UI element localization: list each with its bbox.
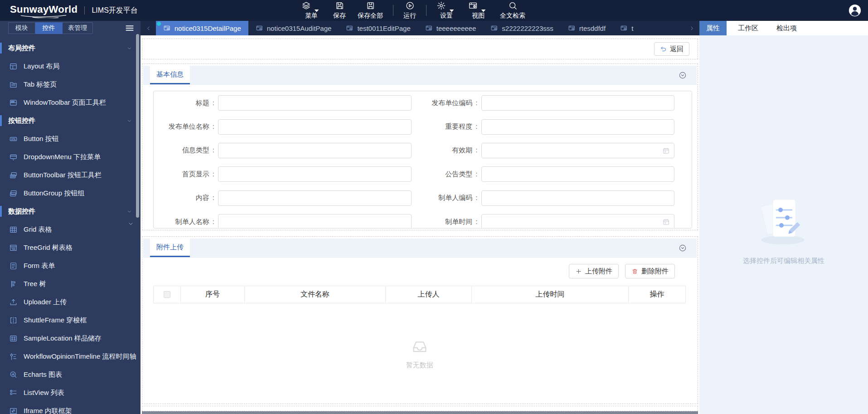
group-accent-bar bbox=[0, 115, 2, 126]
collapse-section-icon[interactable] bbox=[679, 71, 687, 79]
field-input[interactable] bbox=[218, 167, 411, 181]
control-icon bbox=[9, 171, 18, 180]
sidebar-item-uploader[interactable]: Uploader 上传 bbox=[0, 293, 141, 311]
sidebar-item-button-toolbar[interactable]: ButtonToolbar 按钮工具栏 bbox=[0, 166, 141, 184]
chevron-down-icon[interactable] bbox=[126, 118, 132, 124]
sidebar-row: Uploader 上传 bbox=[0, 293, 141, 311]
field-input-box bbox=[481, 214, 675, 229]
page-icon bbox=[163, 24, 171, 32]
toolbar-button-view[interactable]: 视图 bbox=[462, 0, 494, 21]
calendar-icon[interactable] bbox=[662, 218, 670, 226]
sidebar-item-iframe[interactable]: Iframe 内联框架 bbox=[0, 402, 141, 414]
hamburger-menu-icon[interactable] bbox=[124, 23, 135, 34]
collapse-section-icon[interactable] bbox=[679, 244, 687, 252]
sidebar-item-tree-grid[interactable]: TreeGrid 树表格 bbox=[0, 239, 141, 257]
sidebar-item-workflow-timeline[interactable]: WorkflowOpinionTimeline 流程时间轴 bbox=[0, 347, 141, 365]
field-input-box bbox=[218, 190, 412, 206]
field-input[interactable] bbox=[482, 167, 674, 181]
sidebar-item-sample-location[interactable]: SampleLocation 样品储存 bbox=[0, 329, 141, 347]
sidebar-group-数据控件[interactable]: 数据控件 bbox=[0, 202, 141, 220]
sidebar-item-layout[interactable]: Layout 布局 bbox=[0, 57, 141, 75]
field-input[interactable] bbox=[218, 191, 411, 205]
field-input[interactable] bbox=[482, 214, 674, 229]
chevron-down-icon[interactable] bbox=[126, 45, 132, 51]
control-list: 布局控件 Layout 布局 bbox=[0, 35, 141, 414]
field-input[interactable] bbox=[482, 191, 674, 205]
sidebar-item-list-view[interactable]: ListView 列表 bbox=[0, 384, 141, 402]
page-tab-test0011editpage[interactable]: test0011EditPage bbox=[339, 21, 417, 35]
sidebar-item-dropdown-menu[interactable]: DropdownMenu 下拉菜单 bbox=[0, 148, 141, 166]
sidebar-item-grid[interactable]: Grid 表格 bbox=[0, 220, 141, 239]
field-input-box bbox=[481, 143, 675, 158]
field-input[interactable] bbox=[218, 120, 411, 134]
empty-text: 暂无数据 bbox=[406, 361, 433, 370]
page-tab-t[interactable]: t bbox=[613, 21, 640, 35]
form-field-标题: 标题 bbox=[154, 91, 412, 115]
field-input[interactable] bbox=[482, 96, 674, 110]
sidebar-tab-表管理[interactable]: 表管理 bbox=[63, 22, 93, 34]
sidebar-item-form[interactable]: Form 表单 bbox=[0, 257, 141, 275]
page-toolbar-region[interactable]: 返回 bbox=[142, 39, 698, 59]
page-tab-rtesddfdf[interactable]: rtesddfdf bbox=[561, 21, 613, 35]
panel-collapse-chevron-icon[interactable] bbox=[127, 220, 134, 227]
calendar-icon[interactable] bbox=[662, 147, 670, 155]
toolbar-button-gear[interactable]: 设置 bbox=[431, 0, 462, 21]
delete-attachment-button[interactable]: 删除附件 bbox=[625, 264, 675, 278]
sidebar-item-window-toolbar[interactable]: WindowToolbar 页面工具栏 bbox=[0, 93, 141, 112]
field-label: 制单人编码 bbox=[417, 194, 479, 202]
basic-info-region[interactable]: 基本信息 标题 bbox=[142, 63, 698, 230]
page-tab-s2222222223sss[interactable]: s2222222223sss bbox=[483, 21, 560, 35]
user-avatar-icon[interactable] bbox=[848, 4, 862, 17]
field-input[interactable] bbox=[482, 143, 674, 158]
toolbar-button-search[interactable]: 全文检索 bbox=[494, 0, 531, 21]
form-field-内容: 内容 bbox=[154, 186, 412, 210]
sidebar-group-按钮控件[interactable]: 按钮控件 bbox=[0, 112, 141, 130]
tabs-scroll-left-button[interactable] bbox=[141, 21, 156, 35]
sidebar-item-echarts[interactable]: Echarts 图表 bbox=[0, 365, 141, 384]
sidebar-scrollbar-thumb[interactable] bbox=[136, 34, 139, 218]
page-tab-notice0315auditpage[interactable]: notice0315AuditPage bbox=[248, 21, 339, 35]
sidebar-row: ShuttleFrame 穿梭框 bbox=[0, 311, 141, 329]
sidebar-group-布局控件[interactable]: 布局控件 bbox=[0, 39, 141, 57]
page-tab-notice0315detailpage[interactable]: notice0315DetailPage bbox=[156, 21, 248, 35]
chevron-down-icon[interactable] bbox=[126, 209, 132, 214]
basic-info-form: 标题 发布单位编码 bbox=[154, 91, 692, 229]
tab-attachments[interactable]: 附件上传 bbox=[150, 239, 190, 257]
inspector-panel: 属性 工作区 检出项 bbox=[699, 21, 868, 414]
form-field-公告类型: 公告类型 bbox=[417, 162, 675, 186]
footer-region[interactable] bbox=[142, 406, 698, 411]
sidebar-item-label: Button 按钮 bbox=[24, 135, 59, 143]
toolbar-button-save-all[interactable]: 保存全部 bbox=[352, 0, 389, 21]
toolbar-button-run[interactable]: 运行 bbox=[398, 0, 422, 21]
select-all-checkbox[interactable] bbox=[164, 291, 170, 298]
field-input[interactable] bbox=[482, 120, 674, 134]
inspector-tab-检出项[interactable]: 检出项 bbox=[770, 21, 804, 35]
toolbar-icon bbox=[508, 1, 518, 10]
sidebar-tab-模块[interactable]: 模块 bbox=[8, 22, 35, 34]
chevron-left-icon bbox=[145, 25, 152, 32]
back-button[interactable]: 返回 bbox=[654, 42, 689, 56]
toolbar-button-save[interactable]: 保存 bbox=[327, 0, 352, 21]
inspector-tab-工作区[interactable]: 工作区 bbox=[731, 21, 765, 35]
sidebar-item-button-group[interactable]: ButtonGroup 按钮组 bbox=[0, 184, 141, 202]
tab-basic-info[interactable]: 基本信息 bbox=[150, 66, 190, 84]
sidebar-tab-控件[interactable]: 控件 bbox=[35, 22, 63, 34]
sidebar-item-tab[interactable]: Tab 标签页 bbox=[0, 75, 141, 93]
sidebar-row: 按钮控件 bbox=[0, 112, 141, 130]
upload-attachment-button[interactable]: 上传附件 bbox=[569, 264, 619, 278]
field-input[interactable] bbox=[218, 143, 411, 158]
field-input[interactable] bbox=[218, 96, 411, 110]
undo-icon bbox=[660, 45, 667, 53]
toolbar-button-layers[interactable]: 菜单 bbox=[296, 0, 327, 21]
field-label: 有效期 bbox=[417, 146, 479, 155]
page-tab-teeeeeeeeee[interactable]: teeeeeeeeee bbox=[418, 21, 484, 35]
canvas-bottom-bar bbox=[142, 411, 698, 414]
inspector-tab-属性[interactable]: 属性 bbox=[699, 21, 727, 35]
attachments-region[interactable]: 附件上传 上传附件 删除附件 bbox=[142, 236, 698, 404]
tabs-scroll-right-button[interactable] bbox=[684, 21, 699, 35]
attachments-toolbar: 上传附件 删除附件 bbox=[143, 264, 675, 278]
sidebar-item-tree[interactable]: Tree 树 bbox=[0, 275, 141, 293]
field-input[interactable] bbox=[218, 214, 411, 229]
sidebar-item-button[interactable]: Button 按钮 bbox=[0, 130, 141, 148]
sidebar-item-shuttle-frame[interactable]: ShuttleFrame 穿梭框 bbox=[0, 311, 141, 329]
